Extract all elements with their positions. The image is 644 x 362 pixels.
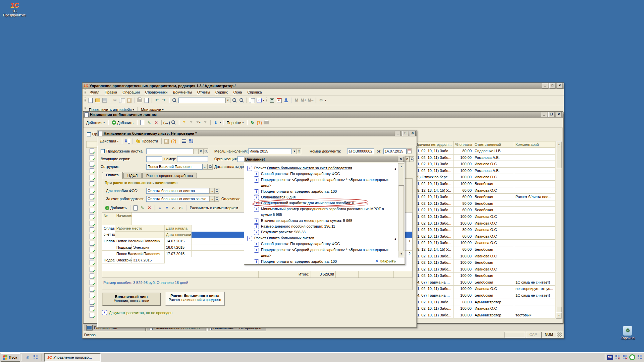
- table-row[interactable]: 04, 07) Травма на ...100,00Белобокая1С с…: [415, 279, 555, 286]
- main-titlebar[interactable]: 1С Управление производственным предприят…: [83, 83, 564, 89]
- posted-row[interactable]: [86, 305, 98, 312]
- menu-item-5[interactable]: Отчеты: [195, 89, 213, 95]
- org-checkbox[interactable]: [87, 132, 91, 136]
- continuation-checkbox[interactable]: [101, 149, 105, 153]
- table-row[interactable]: 01, 02, 10, 11) Забо...100,00Иванова О.С: [415, 240, 555, 246]
- posted-row[interactable]: [86, 299, 98, 306]
- tab-ndfl[interactable]: НДФЛ: [123, 173, 142, 179]
- menu-item-7[interactable]: Окна: [231, 89, 245, 95]
- cell-place[interactable]: Попок Василий Павлович: [115, 251, 165, 257]
- info-icon[interactable]: i: [256, 97, 262, 103]
- maximize-button[interactable]: □: [549, 83, 555, 88]
- cut-icon[interactable]: ✂: [112, 97, 118, 103]
- date-field[interactable]: 14.07.2015: [383, 148, 407, 154]
- sort-asc-icon[interactable]: А↓: [171, 205, 177, 211]
- scroll-down-icon[interactable]: ▼: [556, 312, 562, 318]
- table-row[interactable]: 01, 02, 10, 11) Забо...100,00Романова А.…: [415, 168, 555, 174]
- search-dropdown-icon[interactable]: ▾: [225, 98, 230, 103]
- cell-accrual[interactable]: Оплата больничных ли: [102, 238, 115, 251]
- ellipsis-button[interactable]: ...: [203, 164, 208, 170]
- edit-icon[interactable]: ✎: [146, 120, 152, 126]
- month-spinner[interactable]: ▲▼: [297, 148, 301, 154]
- menu-item-6[interactable]: Сервис: [213, 89, 231, 95]
- menu-item-8[interactable]: Справка: [245, 89, 264, 95]
- doc-titlebar[interactable]: Начисление по больничному листу: Не пров…: [97, 130, 417, 136]
- list-vscrollbar[interactable]: ▲ ▼: [556, 141, 561, 319]
- posted-row[interactable]: [86, 155, 98, 161]
- cell-date[interactable]: 17.07.2015: [165, 251, 192, 257]
- menu-item-3[interactable]: Справочники: [143, 89, 170, 95]
- goto-button[interactable]: Перейти▾: [225, 120, 245, 125]
- col-date-end[interactable]: Дата окончания: [165, 232, 192, 238]
- cell-accrual[interactable]: Оплата больничных ли счет работодателя: [102, 225, 115, 238]
- org-lookup-button[interactable]: [410, 156, 414, 162]
- posted-row[interactable]: [86, 207, 98, 214]
- set-interval-icon[interactable]: (↔): [164, 120, 170, 126]
- month-field[interactable]: Июль 2015: [248, 148, 292, 154]
- toolbar-grip[interactable]: [266, 98, 267, 103]
- lookup-button[interactable]: [214, 188, 219, 194]
- service-dropdown-icon[interactable]: ▾: [325, 99, 326, 102]
- warning-titlebar[interactable]: Внимание! ✕: [244, 156, 405, 162]
- sort-desc-icon[interactable]: Я↓: [178, 205, 184, 211]
- close-button[interactable]: ✕: [410, 131, 416, 136]
- posted-row[interactable]: [86, 220, 98, 227]
- table-row[interactable]: 01, 02, 10, 11) Забо...60,00Иванова О.С: [415, 233, 555, 240]
- ellipsis-button[interactable]: ...: [209, 188, 214, 194]
- table-row[interactable]: 01, 02, 10, 11) Забо...80,00Иванова О.С: [415, 227, 555, 233]
- grid-add-button[interactable]: +Добавить: [104, 205, 128, 210]
- scroll-down-icon[interactable]: ▼: [398, 251, 404, 257]
- grid-copy-icon[interactable]: [132, 205, 139, 211]
- start-button[interactable]: Пуск: [1, 353, 20, 362]
- post-button[interactable]: Провести: [135, 139, 159, 143]
- column-header-2[interactable]: Ответственный: [473, 141, 514, 148]
- table-row[interactable]: 01, 02, 10, 11) Забо...100,00Белобокая: [415, 273, 555, 279]
- col-date-start[interactable]: Дата начала: [165, 225, 192, 232]
- column-header-0[interactable]: Причина нетрудосп...: [414, 141, 454, 148]
- cell-place1[interactable]: Подраздел...: [102, 257, 115, 263]
- filter-history-icon[interactable]: ▾: [195, 120, 201, 126]
- memory-mplus-icon[interactable]: M+: [301, 97, 307, 103]
- table-row[interactable]: 01, 02, 10, 11) Забо...60,00Администрато…: [415, 299, 555, 306]
- preview-icon[interactable]: [144, 97, 150, 103]
- search-input[interactable]: [178, 98, 225, 103]
- menu-item-1[interactable]: Правка: [102, 89, 120, 95]
- posted-row[interactable]: [86, 240, 98, 246]
- structure-icon[interactable]: [188, 138, 194, 144]
- tray-network-icon[interactable]: ✕: [614, 354, 621, 360]
- grid-delete-icon[interactable]: ✕: [147, 205, 153, 211]
- desktop-icon-1c[interactable]: 1С 1С Предприятие: [3, 1, 26, 17]
- list-settings-icon[interactable]: [181, 138, 187, 144]
- posted-row[interactable]: [86, 286, 98, 292]
- open-icon[interactable]: [95, 97, 101, 103]
- posted-row[interactable]: [86, 259, 98, 266]
- table-row[interactable]: 01, 02, 10, 11) Забо...60,00Белобокая: [415, 207, 555, 214]
- movements-icon[interactable]: [164, 138, 170, 144]
- output-dropdown-icon[interactable]: ▾: [220, 121, 221, 124]
- cell-date[interactable]: 14.07.2015: [165, 238, 192, 244]
- tray-antivirus-icon[interactable]: [629, 354, 635, 360]
- table-row[interactable]: 01, 02, 10, 11) Забо...100,00Иванова О.С: [415, 266, 555, 273]
- cell-date[interactable]: 31.07.2015: [132, 257, 165, 263]
- sheet-page-button[interactable]: Больничный лист Условия, показатели: [102, 293, 161, 306]
- ellipsis-button[interactable]: ...: [193, 148, 198, 154]
- cell-place1[interactable]: Подраздел...: [115, 244, 132, 251]
- posted-row[interactable]: [86, 214, 98, 220]
- calc-page-button[interactable]: Расчет больничного листа Расчет начислен…: [165, 292, 225, 306]
- post-and-close-icon[interactable]: ⇓: [124, 138, 130, 144]
- warning-calc-link[interactable]: Оплата больничных листов: [267, 236, 314, 240]
- incoming-number-field[interactable]: [177, 156, 208, 162]
- filter-clear-icon[interactable]: [202, 120, 208, 126]
- print-icon[interactable]: [137, 97, 143, 103]
- table-row[interactable]: 04, 07) Травма на ...100,00Белобокая1С с…: [415, 292, 555, 299]
- month-dropdown-icon[interactable]: ▾: [292, 148, 297, 154]
- taskbar-button-1c[interactable]: 1С Управление произво...: [44, 353, 101, 362]
- posted-row[interactable]: [86, 246, 98, 253]
- posted-row[interactable]: [86, 273, 98, 279]
- table-row[interactable]: 09, 12, 13, 14, 15) У...60,00Иванова О.С: [415, 187, 555, 194]
- menu-item-4[interactable]: Документы: [170, 89, 195, 95]
- cell-place2[interactable]: Электрик: [132, 244, 165, 251]
- quicklaunch-icon[interactable]: [33, 354, 39, 360]
- lookup-button[interactable]: [203, 148, 208, 154]
- actions-button[interactable]: Действия▾: [99, 139, 120, 143]
